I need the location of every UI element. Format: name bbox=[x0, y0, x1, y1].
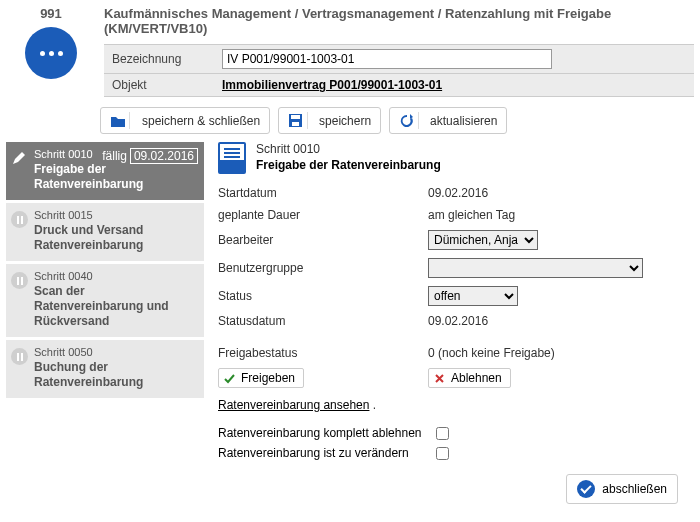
step-0040[interactable]: Schritt 0040Scan der Ratenvereinbarung u… bbox=[6, 264, 204, 337]
step-0015[interactable]: Schritt 0015Druck und Versand Ratenverei… bbox=[6, 203, 204, 261]
freigeben-button[interactable]: Freigeben bbox=[218, 368, 304, 388]
step-0010[interactable]: Schritt 0010 fällig09.02.2016 Freigabe d… bbox=[6, 142, 204, 200]
folder-icon bbox=[110, 114, 126, 128]
dauer-label: geplante Dauer bbox=[218, 208, 428, 222]
reject-icon bbox=[433, 372, 446, 385]
bearbeiter-label: Bearbeiter bbox=[218, 233, 428, 247]
freigabestatus-label: Freigabestatus bbox=[218, 346, 428, 360]
startdatum-value: 09.02.2016 bbox=[428, 186, 488, 200]
chk1-label: Ratenvereinbarung komplett ablehnen bbox=[218, 426, 428, 440]
actions-menu-button[interactable] bbox=[25, 27, 77, 79]
status-select[interactable]: offen bbox=[428, 286, 518, 306]
gruppe-label: Benutzergruppe bbox=[218, 261, 428, 275]
freigabestatus-value: 0 (noch keine Freigabe) bbox=[428, 346, 555, 360]
save-close-button[interactable]: speichern & schließen bbox=[100, 107, 270, 134]
approve-icon bbox=[223, 372, 236, 385]
save-button[interactable]: speichern bbox=[278, 107, 381, 134]
bezeichnung-input[interactable] bbox=[222, 49, 552, 69]
step-0050[interactable]: Schritt 0050Buchung der Ratenvereinbarun… bbox=[6, 340, 204, 398]
detail-step-num: Schritt 0010 bbox=[256, 142, 441, 156]
objekt-link[interactable]: Immobilienvertrag P001/99001-1003-01 bbox=[222, 78, 442, 92]
workflow-steps: Schritt 0010 fällig09.02.2016 Freigabe d… bbox=[6, 142, 204, 504]
pause-icon bbox=[11, 272, 28, 289]
chk2-label: Ratenvereinbarung ist zu verändern bbox=[218, 446, 428, 460]
svg-rect-2 bbox=[292, 122, 299, 126]
status-label: Status bbox=[218, 289, 428, 303]
gruppe-select[interactable] bbox=[428, 258, 643, 278]
ablehnen-button[interactable]: Ablehnen bbox=[428, 368, 511, 388]
record-id: 991 bbox=[6, 6, 96, 21]
dauer-value: am gleichen Tag bbox=[428, 208, 515, 222]
objekt-label: Objekt bbox=[112, 78, 222, 92]
pause-icon bbox=[11, 348, 28, 365]
bezeichnung-label: Bezeichnung bbox=[112, 52, 222, 66]
view-agreement-link[interactable]: Ratenvereinbarung ansehen bbox=[218, 398, 369, 412]
chk1-checkbox[interactable] bbox=[436, 427, 449, 440]
refresh-icon bbox=[399, 113, 414, 128]
check-icon bbox=[577, 480, 595, 498]
detail-step-title: Freigabe der Ratenvereinbarung bbox=[256, 158, 441, 172]
statusdatum-value: 09.02.2016 bbox=[428, 314, 488, 328]
breadcrumb: Kaufmännisches Management / Vertragsmana… bbox=[104, 6, 694, 36]
statusdatum-label: Statusdatum bbox=[218, 314, 428, 328]
chk2-checkbox[interactable] bbox=[436, 447, 449, 460]
startdatum-label: Startdatum bbox=[218, 186, 428, 200]
save-icon bbox=[288, 113, 303, 128]
pause-icon bbox=[11, 211, 28, 228]
pencil-icon bbox=[10, 150, 28, 168]
document-icon bbox=[218, 142, 246, 174]
svg-rect-1 bbox=[291, 115, 300, 119]
bearbeiter-select[interactable]: Dümichen, Anja bbox=[428, 230, 538, 250]
refresh-button[interactable]: aktualisieren bbox=[389, 107, 507, 134]
finish-button[interactable]: abschließen bbox=[566, 474, 678, 504]
